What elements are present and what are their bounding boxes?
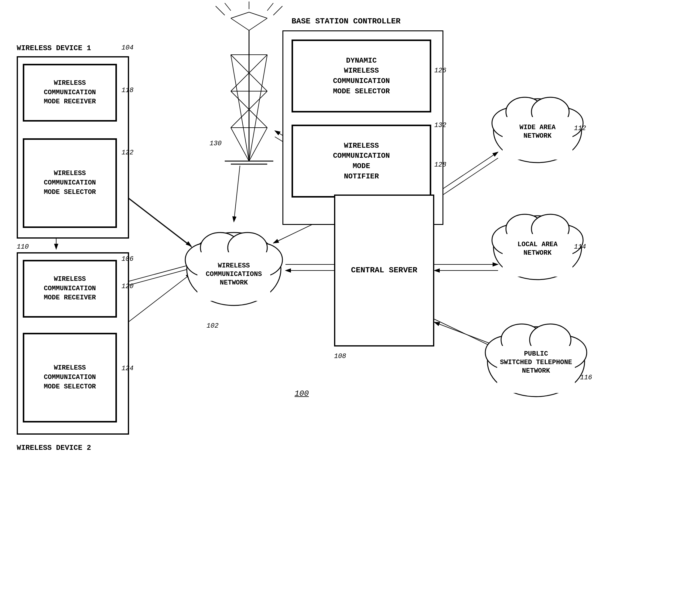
diagram-container: BASE STATION CONTROLLER DYNAMICWIRELESSC…: [0, 0, 700, 610]
ref-114: 114: [574, 243, 586, 251]
wireless-device-1-label: WIRELESS DEVICE 1: [17, 44, 91, 52]
svg-line-17: [231, 55, 267, 91]
svg-line-16: [231, 55, 267, 91]
svg-text:PUBLIC: PUBLIC: [524, 350, 548, 358]
svg-text:NETWORK: NETWORK: [522, 367, 550, 375]
device1-mode-receiver-text: WIRELESSCOMMUNICATIONMODE RECEIVER: [44, 79, 96, 107]
central-server-box: CENTRAL SERVER: [334, 194, 434, 347]
ref-106: 106: [121, 255, 134, 263]
ref-124: 124: [121, 365, 134, 372]
ref-126: 126: [434, 67, 446, 75]
network-cloud-svg: WIRELESS COMMUNICATIONS NETWORK: [173, 216, 295, 322]
svg-line-12: [273, 6, 282, 15]
svg-line-20: [231, 91, 267, 128]
ref-122: 122: [121, 149, 134, 157]
ref-116: 116: [580, 374, 592, 382]
ref-128: 128: [434, 161, 446, 169]
ref-104: 104: [121, 44, 134, 52]
svg-text:WIRELESS: WIRELESS: [218, 262, 250, 270]
svg-line-9: [225, 3, 231, 11]
svg-line-15: [249, 55, 267, 161]
ref-118: 118: [121, 86, 134, 94]
device1-mode-selector-box: WIRELESSCOMMUNICATIONMODE SELECTOR: [23, 138, 117, 228]
svg-text:COMMUNICATIONS: COMMUNICATIONS: [206, 271, 262, 278]
dynamic-mode-selector-box: DYNAMICWIRELESSCOMMUNICATIONMODE SELECTO…: [291, 39, 431, 112]
svg-text:NETWORK: NETWORK: [523, 249, 552, 257]
svg-line-19: [231, 91, 267, 128]
svg-line-7: [249, 12, 267, 18]
ref-120: 120: [121, 283, 134, 290]
svg-text:SWITCHED TELEPHONE: SWITCHED TELEPHONE: [500, 359, 572, 366]
ref-132: 132: [434, 122, 446, 129]
ref-110: 110: [17, 243, 29, 251]
ref-112: 112: [574, 125, 586, 132]
svg-line-14: [231, 55, 249, 161]
device1-mode-receiver-box: WIRELESSCOMMUNICATIONMODE RECEIVER: [23, 64, 117, 122]
svg-line-23: [249, 128, 267, 161]
svg-line-22: [231, 128, 249, 161]
device2-mode-receiver-text: WIRELESSCOMMUNICATIONMODE RECEIVER: [44, 275, 96, 303]
svg-text:LOCAL AREA: LOCAL AREA: [517, 241, 558, 248]
dynamic-mode-selector-text: DYNAMICWIRELESSCOMMUNICATIONMODE SELECTO…: [333, 55, 390, 96]
ref-108: 108: [334, 353, 346, 360]
svg-line-8: [216, 6, 225, 15]
svg-line-33: [234, 166, 240, 222]
device2-mode-selector-box: WIRELESSCOMMUNICATIONMODE SELECTOR: [23, 333, 117, 422]
mode-notifier-box: WIRELESSCOMMUNICATIONMODENOTIFIER: [291, 125, 431, 197]
svg-line-4: [231, 18, 249, 30]
wireless-device-2-label: WIRELESS DEVICE 2: [17, 444, 91, 452]
svg-line-11: [267, 3, 273, 11]
device2-mode-selector-text: WIRELESSCOMMUNICATIONMODE SELECTOR: [44, 364, 96, 391]
svg-line-5: [249, 18, 267, 30]
base-station-controller-label: BASE STATION CONTROLLER: [291, 17, 401, 26]
svg-text:WIDE AREA: WIDE AREA: [520, 124, 556, 131]
ref-100: 100: [295, 389, 309, 398]
device1-mode-selector-text: WIRELESSCOMMUNICATIONMODE SELECTOR: [44, 169, 96, 197]
pstn-cloud-svg: PUBLIC SWITCHED TELEPHONE NETWORK: [472, 310, 600, 413]
mode-notifier-text: WIRELESSCOMMUNICATIONMODENOTIFIER: [333, 141, 390, 181]
svg-text:NETWORK: NETWORK: [523, 132, 552, 140]
svg-line-6: [231, 12, 249, 18]
device2-mode-receiver-box: WIRELESSCOMMUNICATIONMODE RECEIVER: [23, 260, 117, 318]
ref-130: 130: [210, 140, 222, 147]
central-server-text: CENTRAL SERVER: [351, 265, 417, 276]
ref-102: 102: [206, 322, 219, 330]
svg-text:NETWORK: NETWORK: [220, 279, 248, 287]
